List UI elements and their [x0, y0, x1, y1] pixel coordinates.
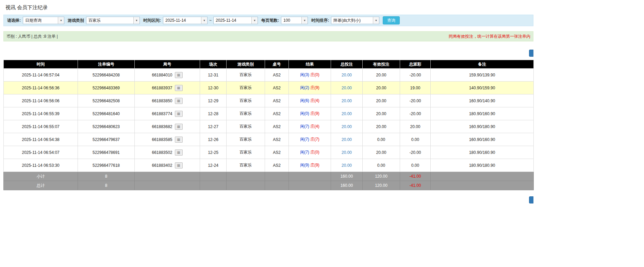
video-replay-icon[interactable]: ▦	[175, 72, 183, 78]
table-row[interactable]: 2025-11-14 06:53:30522966477618661883402…	[4, 159, 534, 172]
cell-game-type: 百家乐	[227, 159, 265, 172]
cell-result: 闲(7) 庄(4)	[289, 120, 331, 133]
date-range-label: 时间区间:	[143, 18, 161, 23]
video-replay-icon[interactable]: ▦	[175, 162, 183, 168]
video-replay-icon[interactable]: ▦	[175, 98, 183, 104]
cell-session: 12-25	[200, 146, 227, 159]
cell-total-bet: 20.00	[331, 133, 363, 146]
summary-total-bet: 160.00	[331, 172, 363, 181]
cell-valid-bet: 20.00	[363, 146, 400, 159]
video-replay-icon[interactable]: ▦	[175, 149, 183, 156]
summary-count: 8	[78, 181, 135, 190]
chevron-down-icon[interactable]: ▾	[373, 17, 379, 24]
chevron-down-icon[interactable]: ▾	[201, 17, 207, 24]
total-bet-link[interactable]: 20.00	[342, 163, 352, 168]
summary-valid-bet: 120.00	[363, 172, 400, 181]
cell-game-type: 百家乐	[227, 133, 265, 146]
page-size-select[interactable]: 100 ▾	[281, 17, 308, 24]
cell-session: 12-29	[200, 94, 227, 107]
summary-empty-cell	[265, 181, 289, 190]
total-bet-link[interactable]: 20.00	[342, 124, 352, 129]
table-row[interactable]: 2025-11-14 06:54:07522966478691661883502…	[4, 146, 534, 159]
cell-time: 2025-11-14 06:54:07	[4, 146, 78, 159]
cell-time: 2025-11-14 06:56:06	[4, 94, 78, 107]
cell-bet-id: 522966478691	[78, 146, 135, 159]
summary-label: 小计	[4, 172, 78, 181]
video-replay-icon[interactable]: ▦	[175, 85, 183, 91]
round-number: 661883502	[152, 150, 172, 155]
cell-table-no: AS2	[265, 159, 289, 172]
total-bet-link[interactable]: 20.00	[342, 99, 352, 103]
cell-total-bet: 20.00	[331, 94, 363, 107]
cell-bet-id: 522966481640	[78, 107, 135, 120]
cell-result: 闲(7) 庄(7)	[289, 133, 331, 146]
game-type-select[interactable]: 百家乐 ▾	[86, 17, 140, 24]
cell-table-no: AS2	[265, 120, 289, 133]
result-player: 闲(6)	[300, 98, 309, 103]
cell-note: 159.90/139.90	[431, 69, 534, 82]
date-to-select[interactable]: 2025-11-14 ▾	[213, 17, 258, 24]
time-sort-select[interactable]: 降幂(由大到小) ▾	[331, 17, 379, 24]
total-bet-link[interactable]: 20.00	[342, 137, 352, 142]
table-row[interactable]: 2025-11-14 06:55:39522966481640661883774…	[4, 107, 534, 120]
bottom-edge-action-button[interactable]	[529, 196, 533, 203]
currency-summary-text: 币别 : 人民币 | 总共 :8 注单 |	[6, 34, 58, 39]
total-bet-link[interactable]: 20.00	[342, 111, 352, 116]
result-player: 闲(7)	[300, 150, 309, 155]
video-replay-icon[interactable]: ▦	[175, 111, 183, 117]
table-row[interactable]: 2025-11-14 06:57:04522966484208661884010…	[4, 69, 534, 82]
cell-table-no: AS2	[265, 82, 289, 94]
result-banker: 庄(9)	[310, 85, 319, 90]
cell-round-id: 661883402▦	[135, 159, 200, 172]
summary-total-bet: 160.00	[331, 181, 363, 190]
total-bet-link[interactable]: 20.00	[342, 73, 352, 77]
cell-session: 12-24	[200, 159, 227, 172]
result-player: 闲(9)	[300, 163, 309, 167]
cell-bet-id: 522966477618	[78, 159, 135, 172]
column-header: 时间	[4, 60, 78, 69]
video-replay-icon[interactable]: ▦	[175, 124, 183, 130]
date-from-select[interactable]: 2025-11-14 ▾	[163, 17, 208, 24]
cell-payout: 0.00	[400, 159, 431, 172]
cell-bet-id: 522966484208	[78, 69, 135, 82]
top-edge-action-button[interactable]	[529, 50, 533, 57]
video-replay-icon[interactable]: ▦	[175, 137, 183, 143]
table-row[interactable]: 2025-11-14 06:54:38522966479637661883585…	[4, 133, 534, 146]
cell-total-bet: 20.00	[331, 146, 363, 159]
summary-empty-cell	[200, 181, 227, 190]
summary-empty-cell	[135, 172, 200, 181]
cell-round-id: 661883850▦	[135, 94, 200, 107]
cell-result: 闲(3) 庄(0)	[289, 69, 331, 82]
round-number: 661884010	[152, 73, 172, 77]
cell-round-id: 661884010▦	[135, 69, 200, 82]
chevron-down-icon[interactable]: ▾	[58, 17, 64, 24]
cell-valid-bet: 0.00	[363, 159, 400, 172]
table-row[interactable]: 2025-11-14 06:56:06522966482508661883850…	[4, 94, 534, 107]
cell-time: 2025-11-14 06:54:38	[4, 133, 78, 146]
query-type-select[interactable]: 日期查询 ▾	[23, 17, 64, 24]
summary-empty-cell	[200, 172, 227, 181]
summary-valid-bet: 120.00	[363, 181, 400, 190]
chevron-down-icon[interactable]: ▾	[251, 17, 258, 24]
cell-round-id: 661883682▦	[135, 120, 200, 133]
result-banker: 庄(4)	[310, 98, 319, 103]
total-bet-link[interactable]: 20.00	[342, 150, 352, 155]
summary-label: 总计	[4, 181, 78, 190]
cell-payout: -20.00	[400, 146, 431, 159]
result-banker: 庄(9)	[310, 111, 319, 116]
cell-result: 闲(9) 庄(9)	[289, 159, 331, 172]
chevron-down-icon[interactable]: ▾	[301, 17, 308, 24]
cell-bet-id: 522966482508	[78, 94, 135, 107]
chevron-down-icon[interactable]: ▾	[133, 17, 139, 24]
cell-time: 2025-11-14 06:55:07	[4, 120, 78, 133]
table-row[interactable]: 2025-11-14 06:55:07522966480623661883682…	[4, 120, 534, 133]
cell-valid-bet: 20.00	[363, 107, 400, 120]
search-button[interactable]: 查询	[383, 16, 400, 24]
summary-empty-cell	[431, 181, 534, 190]
cell-payout: 20.00	[400, 120, 431, 133]
cell-result: 闲(6) 庄(4)	[289, 94, 331, 107]
cell-payout: -20.00	[400, 94, 431, 107]
total-bet-link[interactable]: 20.00	[342, 86, 352, 90]
date-from-value: 2025-11-14	[163, 17, 201, 24]
table-row[interactable]: 2025-11-14 06:56:36522966483369661883937…	[4, 82, 534, 94]
